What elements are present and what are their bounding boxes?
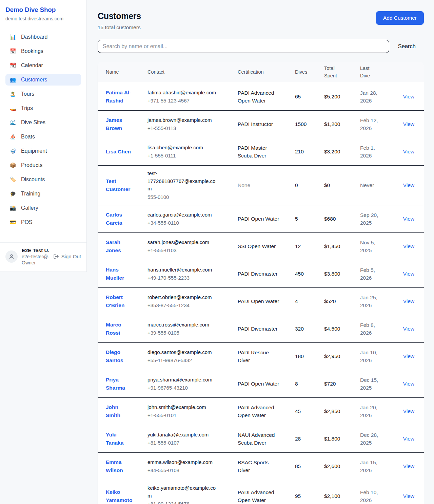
customer-certification: PADI Divemaster (238, 270, 295, 278)
sign-out-label: Sign Out (61, 254, 81, 259)
customer-total-spent: $2,100 (324, 492, 360, 500)
customer-name-link[interactable]: Diego Santos (106, 348, 134, 365)
nav-item-icon: 📦 (9, 162, 16, 168)
view-customer-link[interactable]: View (403, 243, 414, 249)
customer-phone: +1-555-0111 (147, 152, 219, 160)
customer-name-link[interactable]: Test Customer (106, 177, 134, 193)
customer-name-link[interactable]: Priya Sharma (106, 376, 134, 392)
customer-last-dive: Jan 28, 2026 (360, 89, 396, 105)
sidebar-item[interactable]: 📆 Calendar (5, 60, 81, 71)
sidebar-item[interactable]: 📸 Gallery (5, 202, 81, 214)
customer-total-spent: $1,450 (324, 242, 360, 250)
customer-dives: 85 (295, 462, 324, 470)
view-customer-link[interactable]: View (403, 271, 414, 277)
sidebar-item[interactable]: 🎓 Training (5, 188, 81, 200)
view-customer-link[interactable]: View (403, 493, 414, 499)
customer-name-link[interactable]: John Smith (106, 403, 134, 419)
view-customer-link[interactable]: View (403, 353, 414, 359)
customer-name-link[interactable]: James Brown (106, 116, 134, 132)
customer-name-link[interactable]: Sarah Jones (106, 238, 134, 255)
customer-name-link[interactable]: Lisa Chen (106, 148, 131, 156)
view-customer-link[interactable]: View (403, 463, 414, 469)
view-customer-link[interactable]: View (403, 121, 414, 127)
customer-total-spent: $1,800 (324, 435, 360, 443)
customer-phone: +39-555-0105 (147, 329, 219, 337)
view-customer-link[interactable]: View (403, 381, 414, 387)
user-icon (8, 254, 15, 260)
customer-dives: 1500 (295, 120, 324, 128)
view-customer-link[interactable]: View (403, 149, 414, 154)
sidebar-item[interactable]: 🤿 Equipment (5, 145, 81, 157)
customer-email: priya.sharma@example.com (147, 376, 219, 384)
customer-last-dive: Dec 28, 2025 (360, 431, 396, 447)
search-input[interactable] (98, 40, 389, 53)
nav-item-icon: 📊 (9, 34, 16, 40)
customer-certification: PADI Advanced Open Water (238, 89, 295, 105)
sidebar-item[interactable]: 🏝️ Tours (5, 88, 81, 100)
sidebar-item[interactable]: 📦 Products (5, 160, 81, 171)
user-name: E2E Test U... (22, 247, 49, 253)
sidebar: Demo Dive Shop demo.test.divestreams.com… (0, 0, 87, 272)
customer-certification: PADI Instructor (238, 120, 295, 128)
customer-name-link[interactable]: Hans Mueller (106, 266, 134, 282)
view-customer-link[interactable]: View (403, 408, 414, 414)
customer-total-spent: $2,600 (324, 462, 360, 470)
sidebar-item[interactable]: 🚤 Trips (5, 102, 81, 114)
shop-header: Demo Dive Shop demo.test.divestreams.com (0, 0, 86, 27)
view-customer-link[interactable]: View (403, 298, 414, 304)
add-customer-button[interactable]: Add Customer (376, 11, 424, 25)
customer-last-dive: Feb 8, 2026 (360, 321, 396, 337)
customer-name-link[interactable]: Emma Wilson (106, 458, 134, 474)
view-customer-link[interactable]: View (403, 182, 414, 188)
table-header: Name Contact Certification Dives Total S… (98, 62, 424, 83)
customer-last-dive: Nov 5, 2025 (360, 239, 396, 255)
sidebar-item[interactable]: 🌊 Dive Sites (5, 117, 81, 128)
customer-certification: PADI Open Water (238, 215, 295, 223)
sidebar-item[interactable]: 📊 Dashboard (5, 31, 81, 43)
customer-certification: PADI Divemaster (238, 325, 295, 333)
customer-name-link[interactable]: Keiko Yamamoto (106, 488, 134, 504)
column-header-name: Name (98, 69, 147, 76)
sidebar-item[interactable]: 👥 Customers (5, 74, 81, 86)
customer-certification: BSAC Sports Diver (238, 459, 295, 474)
view-customer-link[interactable]: View (403, 326, 414, 332)
nav-item-label: Training (21, 191, 40, 197)
user-meta: E2E Test U... e2e-tester@... Owner (22, 247, 49, 265)
sidebar-item[interactable]: 💳 POS (5, 217, 81, 228)
column-header-dives: Dives (295, 69, 324, 76)
customer-name-link[interactable]: Fatima Al-Rashid (106, 89, 134, 105)
customer-certification: PADI Rescue Diver (238, 349, 295, 365)
nav-item-label: Tours (21, 91, 34, 97)
customer-dives: 45 (295, 407, 324, 415)
table-row: Lisa Chen lisa.chen@example.com +1-555-0… (98, 138, 424, 165)
page-title: Customers (98, 11, 141, 21)
user-email: e2e-tester@... (22, 254, 49, 259)
customer-dives: 450 (295, 270, 324, 278)
table-row: Emma Wilson emma.wilson@example.com +44-… (98, 452, 424, 480)
customer-total-spent: $680 (324, 215, 360, 223)
search-button[interactable]: Search (390, 43, 424, 50)
view-customer-link[interactable]: View (403, 94, 414, 99)
sidebar-item[interactable]: 🏷️ Discounts (5, 174, 81, 185)
customer-dives: 28 (295, 435, 324, 443)
customers-table: Name Contact Certification Dives Total S… (98, 62, 424, 504)
customer-name-link[interactable]: Robert O'Brien (106, 293, 134, 310)
table-row: Yuki Tanaka yuki.tanaka@example.com +81-… (98, 425, 424, 452)
column-header-certification: Certification (238, 69, 295, 76)
nav-item-icon: 👥 (9, 77, 16, 83)
view-customer-link[interactable]: View (403, 216, 414, 222)
nav-item-icon: 🏷️ (9, 176, 16, 183)
nav-item-label: Products (21, 162, 42, 168)
table-row: Test Customer test-1772681807767@example… (98, 165, 424, 205)
sidebar-item[interactable]: ⛵ Boats (5, 131, 81, 143)
customer-email: fatima.alrashid@example.com (147, 89, 219, 97)
view-customer-link[interactable]: View (403, 436, 414, 442)
sign-out-button[interactable]: Sign Out (53, 254, 81, 259)
sidebar-item[interactable]: 📅 Bookings (5, 45, 81, 57)
customer-name-link[interactable]: Marco Rossi (106, 321, 134, 337)
customer-name-link[interactable]: Yuki Tanaka (106, 431, 134, 447)
customer-name-link[interactable]: Carlos Garcia (106, 211, 134, 227)
nav-item-label: Equipment (21, 148, 47, 154)
customer-last-dive: Jan 25, 2026 (360, 294, 396, 310)
nav-item-label: Dive Sites (21, 119, 45, 126)
